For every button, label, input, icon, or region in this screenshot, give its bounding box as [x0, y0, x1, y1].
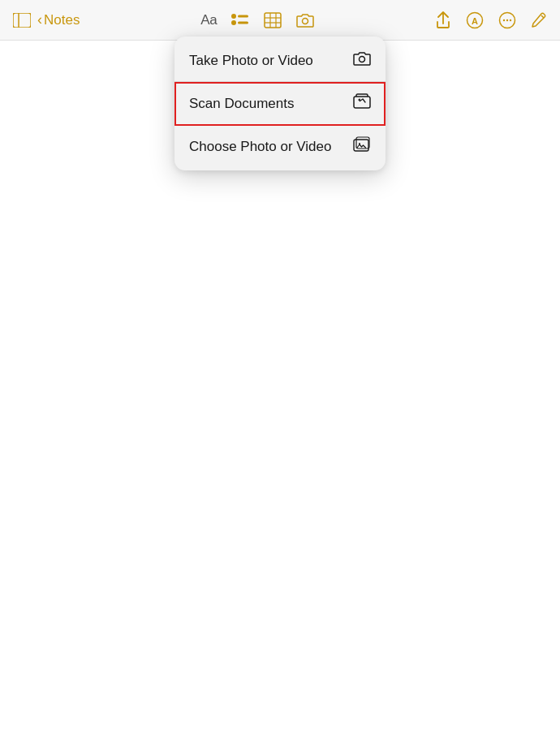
choose-photo-label: Choose Photo or Video [189, 139, 331, 155]
camera-toolbar-icon[interactable] [296, 12, 314, 28]
svg-rect-5 [238, 21, 248, 24]
toolbar-center: Aa [200, 12, 314, 28]
checklist-icon[interactable] [231, 12, 249, 28]
svg-point-17 [510, 19, 511, 20]
svg-text:A: A [472, 15, 478, 25]
back-navigation[interactable]: ‹ Notes [37, 11, 80, 28]
find-icon[interactable]: A [466, 11, 484, 29]
share-icon[interactable] [435, 11, 451, 29]
svg-point-18 [360, 57, 365, 62]
more-options-icon[interactable] [498, 11, 516, 29]
svg-point-11 [303, 18, 308, 24]
svg-point-16 [506, 19, 508, 20]
scan-documents-label: Scan Documents [189, 96, 294, 112]
svg-rect-19 [354, 97, 370, 108]
back-label: Notes [44, 12, 80, 28]
svg-point-23 [359, 143, 360, 144]
scan-doc-menu-icon [353, 93, 371, 114]
take-photo-menu-item[interactable]: Take Photo or Video [174, 40, 386, 82]
toolbar-right: A [435, 11, 547, 29]
svg-point-20 [359, 99, 360, 101]
svg-point-2 [231, 14, 236, 19]
compose-icon[interactable] [531, 12, 547, 28]
dropdown-menu: Take Photo or Video Scan Documents [174, 37, 386, 170]
scan-documents-menu-item[interactable]: Scan Documents [174, 82, 386, 126]
photo-library-menu-icon [353, 136, 371, 157]
choose-photo-menu-item[interactable]: Choose Photo or Video [174, 126, 386, 167]
svg-rect-0 [13, 13, 31, 28]
svg-rect-6 [265, 13, 281, 28]
svg-point-15 [503, 19, 505, 20]
back-chevron-icon: ‹ [37, 11, 42, 28]
format-text-icon[interactable]: Aa [200, 12, 217, 28]
camera-menu-icon [353, 50, 371, 71]
main-content: Take Photo or Video Scan Documents [0, 41, 560, 732]
svg-rect-3 [238, 15, 248, 17]
toolbar-left: ‹ Notes [13, 11, 80, 28]
take-photo-label: Take Photo or Video [189, 53, 313, 69]
toolbar: ‹ Notes Aa [0, 0, 560, 41]
svg-point-4 [231, 20, 236, 25]
sidebar-toggle-icon[interactable] [13, 13, 31, 28]
table-icon[interactable] [264, 12, 282, 28]
